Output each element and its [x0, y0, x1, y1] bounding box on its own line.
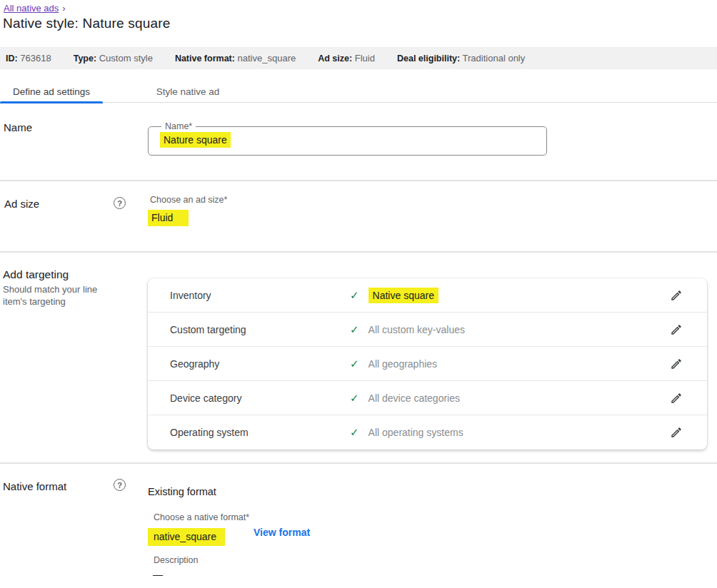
edit-pencil-icon[interactable] — [669, 391, 683, 405]
targeting-row-value: All device categories — [368, 392, 460, 404]
targeting-row-name: Device category — [170, 392, 350, 404]
info-item-type: Type: Custom style — [74, 53, 153, 64]
name-input-floating-label: Name* — [161, 121, 196, 132]
targeting-row-name: Operating system — [170, 427, 350, 438]
tab-define-ad-settings[interactable]: Define ad settings — [0, 81, 103, 103]
edit-pencil-icon[interactable] — [669, 425, 683, 440]
ad-size-highlighted-text: Fluid — [148, 210, 189, 226]
info-value: Traditional only — [463, 53, 526, 64]
name-input-highlighted-text: Nature square — [160, 132, 231, 148]
targeting-row-value: All geographies — [368, 358, 438, 370]
targeting-row-value: All operating systems — [368, 427, 463, 438]
info-label: ID: — [6, 54, 18, 64]
info-value: 763618 — [20, 53, 51, 64]
ad-size-help-icon[interactable]: ? — [114, 197, 126, 209]
targeting-row-device-category: Device category ✓ All device categories — [148, 381, 707, 415]
view-format-link[interactable]: View format — [254, 527, 310, 538]
breadcrumb-chevron-icon: › — [62, 3, 65, 14]
targeting-section-sublabel: Should match your line item's targeting — [3, 283, 116, 308]
targeting-row-geography: Geography ✓ All geographies — [148, 347, 707, 381]
section-divider — [0, 251, 717, 253]
info-label: Type: — [74, 54, 96, 64]
breadcrumb: All native ads› — [4, 3, 66, 14]
ad-size-value: Fluid — [148, 212, 189, 223]
page-title: Native style: Nature square — [3, 16, 171, 31]
native-format-value: native_square — [148, 531, 225, 542]
native-format-type-value: Existing format — [148, 486, 216, 497]
info-item-native-format: Native format: native_square — [175, 53, 296, 64]
targeting-row-value: Native square — [368, 288, 438, 303]
ad-size-field-label: Choose an ad size* — [150, 195, 227, 205]
info-value: Fluid — [355, 53, 375, 64]
targeting-row-name: Inventory — [170, 290, 350, 301]
edit-pencil-icon[interactable] — [669, 288, 683, 303]
info-label: Native format: — [175, 54, 235, 64]
description-value: — — [153, 569, 163, 580]
check-icon: ✓ — [350, 392, 359, 405]
targeting-row-name: Custom targeting — [170, 324, 350, 335]
targeting-row-name: Geography — [170, 358, 350, 370]
native-format-highlighted-text: native_square — [148, 528, 225, 546]
tab-style-native-ad[interactable]: Style native ad — [129, 81, 247, 103]
name-section-label: Name — [4, 121, 32, 133]
native-format-field-label: Choose a native format* — [154, 512, 249, 522]
targeting-row-inventory: Inventory ✓ Native square — [148, 278, 707, 313]
edit-pencil-icon[interactable] — [669, 357, 683, 371]
check-icon: ✓ — [350, 289, 359, 302]
info-bar: ID: 763618 Type: Custom style Native for… — [0, 47, 717, 69]
info-item-id: ID: 763618 — [6, 53, 51, 64]
description-label: Description — [154, 555, 199, 565]
targeting-row-value: All custom key-values — [368, 324, 465, 335]
check-icon: ✓ — [350, 323, 359, 336]
targeting-section-label: Add targeting — [3, 268, 69, 281]
check-icon: ✓ — [350, 426, 359, 439]
info-label: Deal eligibility: — [397, 54, 460, 64]
info-value: Custom style — [99, 53, 153, 64]
name-input[interactable]: Name* Nature square — [148, 126, 547, 156]
section-divider — [0, 180, 717, 181]
info-label: Ad size: — [318, 54, 352, 64]
info-item-deal-eligibility: Deal eligibility: Traditional only — [397, 53, 525, 64]
name-input-value: Nature square — [160, 134, 231, 146]
targeting-row-operating-system: Operating system ✓ All operating systems — [148, 415, 707, 450]
native-format-help-icon[interactable]: ? — [114, 479, 126, 491]
check-icon: ✓ — [350, 358, 359, 370]
edit-pencil-icon[interactable] — [669, 323, 683, 337]
native-format-section-label: Native format — [3, 480, 66, 492]
ad-size-section-label: Ad size — [4, 198, 39, 210]
tab-bar: Define ad settings Style native ad — [0, 81, 717, 103]
native-style-page: All native ads› Native style: Nature squ… — [0, 0, 717, 588]
breadcrumb-link-all-native-ads[interactable]: All native ads — [4, 3, 59, 14]
section-divider — [0, 462, 717, 464]
targeting-card: Inventory ✓ Native square Custom targeti… — [148, 278, 707, 450]
info-item-ad-size: Ad size: Fluid — [318, 53, 375, 64]
info-value: native_square — [238, 53, 296, 64]
targeting-row-custom-targeting: Custom targeting ✓ All custom key-values — [148, 313, 707, 347]
